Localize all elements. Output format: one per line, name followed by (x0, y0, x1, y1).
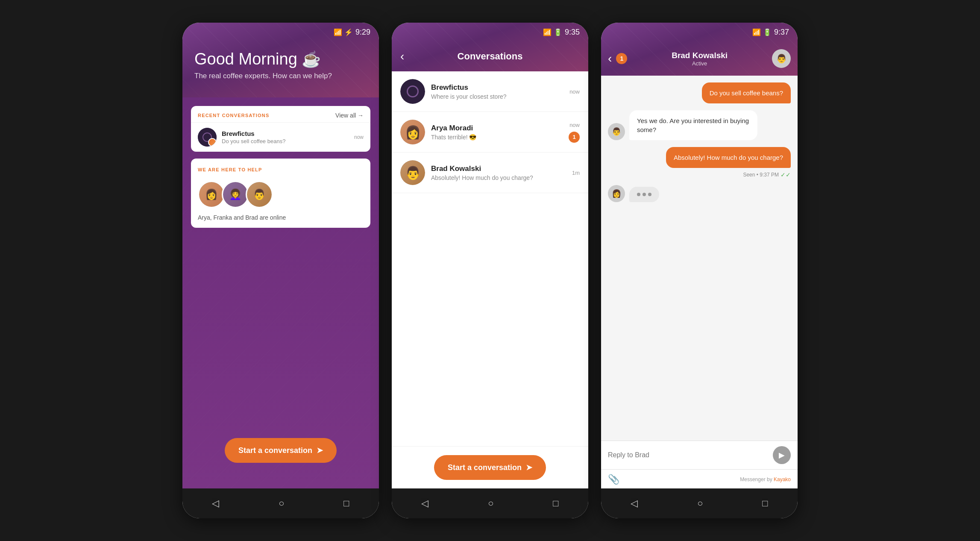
contact-status: Active (631, 60, 768, 67)
conv-msg-brad: Absolutely! How much do you charge? (431, 174, 566, 181)
brewfictus-logo (198, 128, 217, 147)
conv-avatar-brad: 👨 (400, 160, 425, 185)
back-nav-1[interactable]: ◁ (212, 498, 219, 509)
status-icons-3: 📶 🔋 (752, 28, 772, 36)
conversations-title: Conversations (458, 51, 523, 62)
status-icons-1: 📶 ⚡ (334, 28, 353, 36)
status-bar-2: 📶 🔋 9:35 (392, 23, 588, 41)
send-icon: ▶ (779, 450, 785, 460)
conv-meta-arya: now 1 (569, 122, 580, 143)
status-bar-1: 📶 ⚡ 9:29 (182, 23, 379, 41)
start-btn-label-2: Start a conversation (448, 463, 522, 472)
conv-info-brewfictus: Brewfictus Where is your closest store? (431, 83, 563, 100)
avatar-brad: 👨 (246, 181, 273, 208)
conv-avatar-arya: 👩 (400, 120, 425, 144)
screen2-bottom: Start a conversation ➤ (392, 446, 588, 488)
chat-footer: 📎 Messenger by Kayako (601, 469, 798, 488)
greeting-subtitle: The real coffee experts. How can we help… (194, 72, 367, 80)
conv-time-brad: 1m (572, 170, 580, 176)
help-card: WE ARE HERE TO HELP 👩 👩‍🦱 👨 Arya, Franka… (191, 159, 370, 228)
conv-msg-brewfictus: Where is your closest store? (431, 93, 563, 100)
send-button[interactable]: ▶ (773, 446, 791, 464)
conv-time-brewfictus: now (569, 88, 580, 95)
bottom-nav-2: ◁ ○ □ (392, 488, 588, 518)
dot-2 (643, 193, 646, 196)
recent-conversations-card: RECENT CONVERSATIONS View all → Brewfict… (191, 106, 370, 152)
status-bar-3: 📶 🔋 9:37 (601, 23, 798, 41)
view-all-link[interactable]: View all → (335, 112, 364, 119)
conv-info: Brewfictus Do you sell coffee beans? (222, 130, 349, 144)
screen1-body: RECENT CONVERSATIONS View all → Brewfict… (182, 97, 379, 488)
msg-bubble-2: Yes we do. Are you interested in buying … (629, 110, 757, 140)
typing-bubble (629, 187, 659, 202)
online-text: Arya, Franka and Brad are online (198, 214, 364, 221)
back-nav-2[interactable]: ◁ (421, 498, 428, 509)
conv-time-arya: now (569, 122, 580, 128)
msg-row-2: 👨 Yes we do. Are you interested in buyin… (608, 110, 791, 140)
back-button-3[interactable]: ‹ (608, 52, 612, 65)
screen2-header: 📶 🔋 9:35 ‹ Conversations (392, 23, 588, 71)
help-card-body: WE ARE HERE TO HELP 👩 👩‍🦱 👨 Arya, Franka… (191, 159, 370, 228)
chat-body: Do you sell coffee beans? 👨 Yes we do. A… (601, 76, 798, 441)
conv-msg: Do you sell coffee beans? (222, 138, 349, 144)
conversations-header: ‹ Conversations (392, 41, 588, 71)
wifi-icon-2: 📶 (543, 28, 552, 36)
brand-kayako: Kayako (774, 476, 791, 482)
home-nav-2[interactable]: ○ (488, 498, 493, 509)
start-conversation-btn-1[interactable]: Start a conversation ➤ (225, 438, 337, 463)
greeting-title: Good Morning ☕ (194, 50, 367, 68)
screen3-phone: 📶 🔋 9:37 ‹ 1 Brad Kowalski Active 👨 Do y… (601, 23, 798, 518)
arrow-icon-1: ➤ (317, 446, 323, 455)
start-btn-label-1: Start a conversation (238, 446, 312, 455)
home-nav-3[interactable]: ○ (697, 498, 703, 509)
conv-item-arya[interactable]: 👩 Arya Moradi Thats terrible! 😎 now 1 (392, 112, 588, 153)
back-nav-3[interactable]: ◁ (631, 498, 638, 509)
conv-msg-arya: Thats terrible! 😎 (431, 134, 563, 141)
greeting-section: Good Morning ☕ The real coffee experts. … (182, 41, 379, 97)
screen3-header: 📶 🔋 9:37 ‹ 1 Brad Kowalski Active 👨 (601, 23, 798, 76)
brad-avatar-icon: 👨 (776, 53, 787, 64)
bottom-nav-1: ◁ ○ □ (182, 488, 379, 518)
msg-row-3: Absolutely! How much do you charge? (608, 147, 791, 168)
check-icon: ✓✓ (780, 171, 791, 178)
msg-bubble-3: Absolutely! How much do you charge? (666, 147, 791, 168)
start-conversation-btn-2[interactable]: Start a conversation ➤ (434, 455, 546, 480)
conv-info-brad: Brad Kowalski Absolutely! How much do yo… (431, 165, 566, 181)
battery-icon: ⚡ (344, 28, 353, 36)
coffee-icon: ☕ (302, 50, 321, 68)
contact-name: Brad Kowalski (631, 51, 768, 60)
brad-avatar-face: 👨 (400, 160, 425, 185)
help-label: WE ARE HERE TO HELP (198, 167, 364, 172)
conv-item-brad[interactable]: 👨 Brad Kowalski Absolutely! How much do … (392, 153, 588, 193)
conv-name-brad: Brad Kowalski (431, 165, 566, 173)
seen-text: Seen • 9:37 PM (743, 172, 779, 178)
conv-name: Brewfictus (222, 130, 349, 137)
conv-time: now (354, 134, 364, 140)
recent-conv-item[interactable]: Brewfictus Do you sell coffee beans? now (191, 122, 370, 152)
chat-header-info: Brad Kowalski Active (631, 51, 768, 67)
attach-icon[interactable]: 📎 (608, 474, 619, 485)
chat-avatar: 👨 (772, 49, 791, 68)
chat-input[interactable] (608, 451, 769, 459)
card-header: RECENT CONVERSATIONS View all → (191, 106, 370, 122)
chat-input-area: ▶ (601, 441, 798, 469)
status-time-3: 9:37 (774, 28, 789, 37)
typing-row: 👩 (608, 185, 791, 202)
battery-icon-3: 🔋 (763, 28, 772, 36)
battery-icon-2: 🔋 (554, 28, 562, 36)
screen2-phone: 📶 🔋 9:35 ‹ Conversations Brewfictus Wher… (392, 23, 588, 518)
recents-nav-2[interactable]: □ (553, 498, 558, 509)
recents-nav-1[interactable]: □ (343, 498, 349, 509)
arrow-icon-2: ➤ (526, 463, 532, 472)
back-button-2[interactable]: ‹ (400, 50, 404, 63)
screen1-phone: 📶 ⚡ 9:29 Good Morning ☕ The real coffee … (182, 23, 379, 518)
conv-meta-brad: 1m (572, 170, 580, 176)
typing-avatar: 👩 (608, 185, 625, 202)
brad-msg-avatar: 👨 (608, 123, 625, 140)
recents-nav-3[interactable]: □ (762, 498, 768, 509)
notification-badge: 1 (616, 53, 627, 64)
conv-item-brewfictus[interactable]: Brewfictus Where is your closest store? … (392, 71, 588, 112)
status-time-1: 9:29 (355, 28, 370, 37)
home-nav-1[interactable]: ○ (279, 498, 284, 509)
brand-text: Messenger by Kayako (740, 476, 791, 482)
